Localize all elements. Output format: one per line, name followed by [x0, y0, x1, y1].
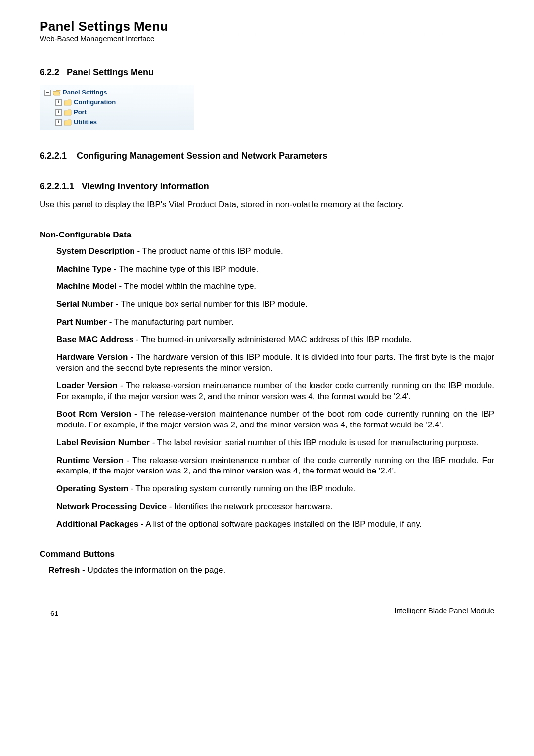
- list-item: Serial Number - The unique box serial nu…: [56, 299, 494, 310]
- def-term: System Description: [56, 246, 135, 256]
- def-term: Boot Rom Version: [56, 409, 131, 419]
- tree-item-utilities[interactable]: + Utilities: [43, 117, 191, 127]
- list-item: Part Number - The manufacturing part num…: [56, 317, 494, 328]
- list-item: Network Processing Device - Identifies t…: [56, 501, 494, 512]
- nav-tree: − Panel Settings + Configuration + Port …: [40, 85, 194, 130]
- def-desc: - The label revision serial number of th…: [150, 438, 479, 447]
- def-term: Refresh: [48, 566, 80, 575]
- folder-closed-icon: [64, 99, 72, 106]
- def-desc: - The burned-in universally administered…: [134, 335, 412, 344]
- def-desc: - The machine type of this IBP module.: [111, 264, 258, 274]
- def-desc: - The operating system currently running…: [129, 484, 356, 493]
- expand-icon[interactable]: +: [55, 119, 62, 126]
- def-term: Serial Number: [56, 299, 113, 309]
- section-title: Viewing Inventory Information: [82, 181, 209, 191]
- list-item: System Description - The product name of…: [56, 246, 494, 257]
- section-title: Panel Settings Menu: [67, 67, 154, 77]
- folder-closed-icon: [64, 119, 72, 126]
- header-rule: ______________________________________: [168, 19, 440, 34]
- def-desc: - A list of the optional software packag…: [138, 520, 422, 529]
- page-footer: 61 Intelligent Blade Panel Module: [40, 606, 494, 617]
- list-item: Loader Version - The release-version mai…: [56, 380, 494, 402]
- list-item: Refresh - Updates the information on the…: [48, 565, 494, 576]
- def-desc: - Identifies the network processor hardw…: [167, 502, 332, 511]
- tree-item-label: Utilities: [74, 117, 97, 127]
- def-term: Additional Packages: [56, 520, 138, 529]
- cmd-heading: Command Buttons: [40, 549, 494, 559]
- def-desc: - The manufacturing part number.: [107, 317, 234, 327]
- section-heading-6-2-2-1-1: 6.2.2.1.1 Viewing Inventory Information: [40, 181, 494, 191]
- def-term: Machine Type: [56, 264, 111, 274]
- noncfg-list: System Description - The product name of…: [40, 246, 494, 530]
- section-heading-6-2-2: 6.2.2 Panel Settings Menu: [40, 67, 494, 78]
- section-number: 6.2.2: [40, 67, 59, 77]
- folder-open-icon: [53, 90, 61, 96]
- def-desc: - The unique box serial number for this …: [113, 299, 307, 309]
- def-term: Label Revision Number: [56, 438, 150, 447]
- def-term: Runtime Version: [56, 456, 124, 465]
- def-term: Network Processing Device: [56, 502, 167, 511]
- collapse-icon[interactable]: −: [44, 90, 51, 96]
- section-heading-6-2-2-1: 6.2.2.1 Configuring Management Session a…: [40, 151, 494, 161]
- list-item: Machine Type - The machine type of this …: [56, 264, 494, 275]
- list-item: Hardware Version - The hardware version …: [56, 352, 494, 374]
- noncfg-heading: Non-Configurable Data: [40, 230, 494, 240]
- list-item: Operating System - The operating system …: [56, 483, 494, 494]
- tree-item-label: Configuration: [74, 97, 116, 107]
- def-desc: - The release-version maintenance number…: [56, 381, 494, 401]
- page-subtitle: Web-Based Management Interface: [40, 34, 494, 43]
- tree-root-row[interactable]: − Panel Settings: [43, 88, 191, 97]
- def-desc: - Updates the information on the page.: [80, 566, 225, 575]
- list-item: Boot Rom Version - The release-version m…: [56, 409, 494, 430]
- expand-icon[interactable]: +: [55, 99, 62, 106]
- tree-item-label: Port: [74, 107, 87, 117]
- tree-root-label: Panel Settings: [63, 88, 107, 97]
- tree-item-port[interactable]: + Port: [43, 107, 191, 117]
- section-title: Configuring Management Session and Netwo…: [77, 151, 327, 161]
- section-number: 6.2.2.1: [40, 151, 67, 161]
- list-item: Machine Model - The model within the mac…: [56, 281, 494, 292]
- footer-product-name: Intelligent Blade Panel Module: [394, 606, 494, 614]
- def-term: Hardware Version: [56, 352, 128, 362]
- page-header: Panel Settings Menu_____________________…: [40, 19, 494, 34]
- list-item: Additional Packages - A list of the opti…: [56, 519, 494, 530]
- list-item: Runtime Version - The release-version ma…: [56, 455, 494, 477]
- list-item: Base MAC Address - The burned-in univers…: [56, 334, 494, 345]
- def-desc: - The product name of this IBP module.: [135, 246, 283, 256]
- list-item: Label Revision Number - The label revisi…: [56, 437, 494, 448]
- page-number: 61: [50, 609, 59, 617]
- cmd-list: Refresh - Updates the information on the…: [40, 565, 494, 576]
- expand-icon[interactable]: +: [55, 109, 62, 116]
- section-number: 6.2.2.1.1: [40, 181, 74, 191]
- folder-closed-icon: [64, 109, 72, 116]
- def-term: Base MAC Address: [56, 335, 134, 344]
- intro-paragraph: Use this panel to display the IBP's Vita…: [40, 199, 494, 210]
- def-term: Machine Model: [56, 282, 117, 291]
- def-term: Part Number: [56, 317, 107, 327]
- tree-item-configuration[interactable]: + Configuration: [43, 97, 191, 107]
- def-term: Operating System: [56, 484, 129, 493]
- page-title: Panel Settings Menu: [40, 19, 168, 34]
- def-term: Loader Version: [56, 381, 118, 390]
- def-desc: - The model within the machine type.: [117, 282, 256, 291]
